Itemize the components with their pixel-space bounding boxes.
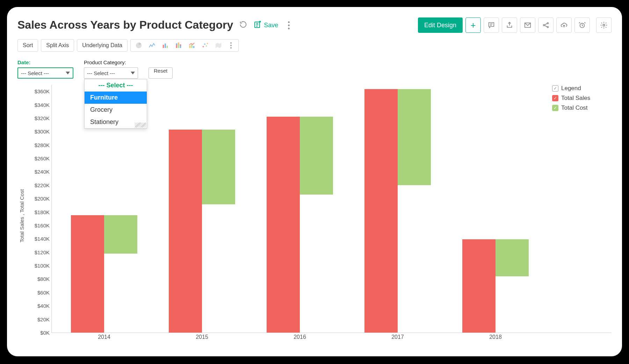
bar-group <box>462 239 529 333</box>
y-tick: $100K <box>26 263 50 269</box>
y-tick: $360K <box>26 88 50 94</box>
date-filter-label: Date: <box>17 59 73 65</box>
stacked-bar-icon[interactable] <box>172 40 185 51</box>
svg-point-22 <box>204 44 205 45</box>
y-tick: $200K <box>26 196 50 202</box>
svg-rect-11 <box>167 46 168 48</box>
legend-series-2[interactable]: ✓ Total Cost <box>552 104 605 111</box>
chevron-down-icon <box>131 72 135 74</box>
svg-rect-10 <box>165 44 166 48</box>
combo-chart-icon[interactable] <box>185 40 198 51</box>
legend-title: Legend <box>561 85 581 92</box>
report-title: Sales Across Years by Product Category <box>17 19 233 31</box>
y-tick: $320K <box>26 115 50 121</box>
header-actions: Edit Design + <box>418 17 612 33</box>
edit-design-button[interactable]: Edit Design <box>418 17 463 33</box>
bar-group <box>169 130 235 333</box>
add-button[interactable]: + <box>465 17 481 33</box>
svg-rect-17 <box>180 44 181 46</box>
svg-rect-13 <box>176 44 178 45</box>
cloud-icon[interactable] <box>556 17 572 33</box>
toolbar: Sort Split Axis Underlying Data <box>17 39 612 52</box>
title-more-icon[interactable] <box>284 21 293 29</box>
category-select-value: --- Select --- <box>87 70 115 76</box>
bar-total-cost[interactable] <box>104 215 137 253</box>
save-label: Save <box>264 22 278 29</box>
bar-chart-icon[interactable] <box>159 40 172 51</box>
bar-total-sales[interactable] <box>364 89 398 333</box>
bar-group <box>364 89 431 333</box>
y-tick: $300K <box>26 129 50 134</box>
reset-button[interactable]: Reset <box>149 67 173 79</box>
y-axis-title: Total Sales , Total Cost <box>17 85 25 347</box>
bar-total-sales[interactable] <box>267 117 300 333</box>
svg-rect-19 <box>191 44 193 48</box>
y-tick: $280K <box>26 142 50 148</box>
report-window: Sales Across Years by Product Category S… <box>7 7 622 356</box>
dropdown-option-grocery[interactable]: Grocery <box>85 104 147 116</box>
bar-total-sales[interactable] <box>462 239 496 333</box>
bar-total-cost[interactable] <box>300 117 333 195</box>
alarm-icon[interactable] <box>574 17 590 33</box>
chart-type-more-icon[interactable] <box>225 42 237 49</box>
bar-total-cost[interactable] <box>202 130 235 205</box>
settings-icon[interactable] <box>596 17 612 33</box>
y-tick: $80K <box>26 276 50 282</box>
date-select[interactable]: --- Select --- <box>17 67 73 79</box>
underlying-data-button[interactable]: Underlying Data <box>77 39 128 52</box>
legend-series-2-label: Total Cost <box>561 104 588 111</box>
y-tick: $60K <box>26 290 50 296</box>
category-select[interactable]: --- Select --- --- Select --- Furniture … <box>84 67 138 79</box>
x-tick: 2018 <box>489 334 502 340</box>
filters-row: Date: --- Select --- Product Category: -… <box>17 59 612 79</box>
bar-total-cost[interactable] <box>496 239 529 276</box>
checkbox-icon: ✓ <box>552 95 558 101</box>
svg-point-24 <box>207 43 208 44</box>
svg-rect-18 <box>189 45 191 48</box>
svg-rect-15 <box>178 43 179 45</box>
y-tick: $180K <box>26 209 50 215</box>
svg-rect-9 <box>163 45 164 48</box>
checkbox-icon: ✓ <box>552 85 558 92</box>
y-tick: $20K <box>26 316 50 322</box>
comment-icon[interactable] <box>484 17 499 33</box>
mail-icon[interactable] <box>520 17 535 33</box>
y-tick: $240K <box>26 169 50 175</box>
y-tick: $260K <box>26 155 50 161</box>
svg-point-5 <box>547 27 549 28</box>
svg-point-7 <box>603 24 605 26</box>
chart-type-switcher <box>130 39 239 52</box>
line-chart-icon[interactable] <box>145 40 159 51</box>
share-icon[interactable] <box>538 17 554 33</box>
category-filter-label: Product Category: <box>84 59 138 65</box>
y-tick: $40K <box>26 303 50 309</box>
y-tick: $160K <box>26 223 50 228</box>
bar-total-cost[interactable] <box>398 89 431 185</box>
bar-total-sales[interactable] <box>169 130 202 333</box>
bar-total-sales[interactable] <box>71 215 104 333</box>
chevron-down-icon <box>66 72 70 74</box>
legend-series-1[interactable]: ✓ Total Sales <box>552 95 605 102</box>
map-chart-icon[interactable] <box>212 40 225 51</box>
scatter-chart-icon[interactable] <box>198 40 212 51</box>
category-dropdown: --- Select --- Furniture Grocery Station… <box>84 79 147 129</box>
resize-handle-icon[interactable] <box>135 123 146 128</box>
refresh-icon[interactable] <box>239 21 247 30</box>
legend-series-1-label: Total Sales <box>561 95 590 102</box>
sort-button[interactable]: Sort <box>17 39 38 52</box>
y-tick: $220K <box>26 182 50 188</box>
svg-point-23 <box>206 45 207 47</box>
legend-toggle[interactable]: ✓ Legend <box>552 85 605 92</box>
x-tick: 2015 <box>196 334 208 340</box>
pie-chart-icon[interactable] <box>132 40 145 51</box>
split-axis-button[interactable]: Split Axis <box>41 39 74 52</box>
svg-rect-20 <box>193 46 195 48</box>
save-doc-icon <box>253 20 262 30</box>
y-tick: $120K <box>26 249 50 255</box>
svg-point-4 <box>547 23 549 24</box>
export-icon[interactable] <box>502 17 517 33</box>
save-button[interactable]: Save <box>253 20 278 30</box>
checkbox-icon: ✓ <box>552 105 558 111</box>
dropdown-option-placeholder[interactable]: --- Select --- <box>85 79 147 92</box>
dropdown-option-furniture[interactable]: Furniture <box>85 92 147 104</box>
